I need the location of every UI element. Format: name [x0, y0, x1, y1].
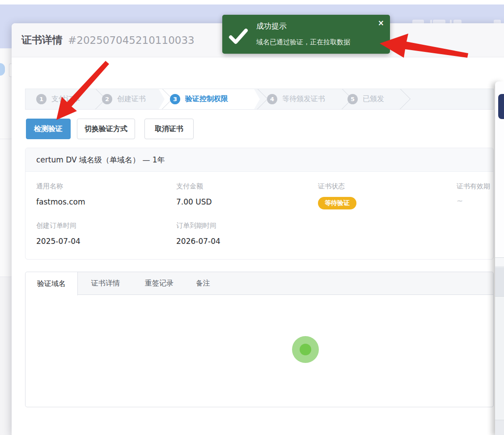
- step-number-badge: 5: [347, 94, 358, 104]
- side-panel-row: [495, 267, 504, 297]
- close-icon[interactable]: ×: [378, 19, 384, 27]
- created-time-label: 创建订单时间: [36, 222, 76, 230]
- loading-spinner-core: [300, 344, 311, 355]
- step-number-badge: 2: [102, 94, 112, 104]
- navbar-clipped-text: [453, 20, 462, 23]
- background-divider: [0, 139, 12, 139]
- step-number-badge: 3: [170, 94, 180, 104]
- certificate-info-card: certum DV 域名级（单域名） — 1年 通用名称 fastmos.com…: [25, 148, 494, 260]
- common-name-value: fastmos.com: [36, 197, 85, 206]
- order-number: #202507045210110033: [68, 34, 195, 46]
- step-create-cert: 2 创建证书: [102, 89, 146, 109]
- navbar-clipped-text: [430, 20, 432, 23]
- navbar-clipped-text: [450, 20, 452, 23]
- navbar-clipped-text: [412, 20, 424, 23]
- validity-value: ~: [457, 196, 463, 205]
- side-panel-footer: [495, 420, 504, 435]
- product-title: certum DV 域名级（单域名） — 1年: [25, 148, 493, 172]
- created-time-value: 2025-07-04: [36, 237, 80, 246]
- chevron-separator-icon: [389, 89, 411, 110]
- side-panel-row: [495, 257, 504, 267]
- step-number-badge: 4: [267, 94, 277, 104]
- step-pay-order: 1 支付订单: [36, 89, 80, 109]
- side-peek-panel: [495, 81, 504, 435]
- detail-tabs-card: 验证域名 证书详情 重签记录 备注: [25, 272, 494, 407]
- expire-time-label: 订单到期时间: [176, 222, 216, 230]
- side-panel-button-edge[interactable]: [498, 94, 504, 119]
- expire-time-value: 2026-07-04: [176, 237, 220, 246]
- cancel-certificate-button[interactable]: 取消证书: [144, 119, 194, 139]
- toast-message: 域名已通过验证，正在拉取数据: [256, 38, 350, 47]
- step-number-badge: 1: [36, 94, 47, 104]
- status-badge: 等待验证: [318, 197, 356, 209]
- navbar-clipped-text: [433, 20, 445, 23]
- status-label: 证书状态: [318, 182, 345, 191]
- modal-title: 证书详情: [21, 33, 63, 47]
- check-icon: [229, 26, 248, 46]
- tab-cert-detail[interactable]: 证书详情: [82, 272, 129, 295]
- background-section: [0, 277, 12, 435]
- toast-title: 成功提示: [256, 21, 287, 31]
- amount-value: 7.00 USD: [176, 197, 212, 206]
- step-wait-issue: 4 等待颁发证书: [267, 89, 325, 109]
- progress-stepper: 1 支付订单 2 创建证书 3 验证控制权限 4 等待颁发证书 5 已颁发: [25, 89, 494, 110]
- certificate-detail-modal: 证书详情 #202507045210110033 1 支付订单 2 创建证书 3…: [12, 23, 504, 435]
- check-verification-button[interactable]: 检测验证: [26, 119, 71, 139]
- tab-verify-domain[interactable]: 验证域名: [25, 272, 78, 295]
- step-verify-control: 3 验证控制权限: [170, 89, 228, 109]
- common-name-label: 通用名称: [36, 182, 63, 191]
- validity-label: 证书有效期: [457, 182, 490, 191]
- success-toast: 成功提示 域名已通过验证，正在拉取数据 ×: [222, 15, 390, 54]
- tab-resign-records[interactable]: 重签记录: [136, 272, 182, 295]
- switch-verification-method-button[interactable]: 切换验证方式: [77, 119, 135, 139]
- tab-remarks[interactable]: 备注: [190, 272, 216, 295]
- navbar-clipped-text: [494, 20, 501, 23]
- amount-label: 支付金额: [176, 182, 203, 191]
- step-issued: 5 已颁发: [347, 89, 384, 109]
